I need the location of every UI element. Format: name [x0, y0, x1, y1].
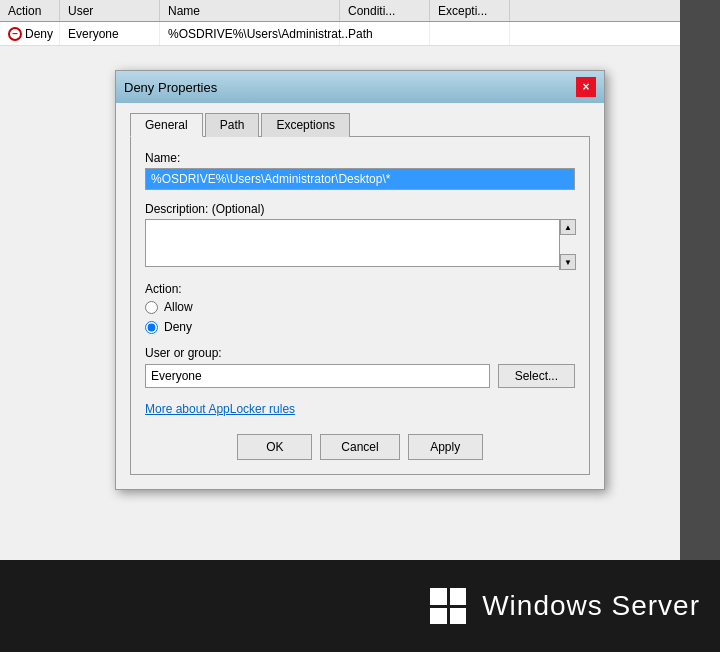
taskbar-text: Windows Server — [482, 590, 700, 622]
user-group-row: Select... — [145, 364, 575, 388]
deny-properties-dialog: Deny Properties × General Path Exception… — [115, 70, 605, 490]
allow-radio[interactable] — [145, 301, 158, 314]
applocker-link[interactable]: More about AppLocker rules — [145, 402, 295, 416]
description-field-group: Description: (Optional) ▲ ▼ — [145, 202, 575, 270]
dialog-body: General Path Exceptions Name: Descriptio… — [116, 103, 604, 489]
tab-general[interactable]: General — [130, 113, 203, 137]
user-group-label: User or group: — [145, 346, 575, 360]
allow-radio-label: Allow — [164, 300, 193, 314]
ok-button[interactable]: OK — [237, 434, 312, 460]
dialog-titlebar: Deny Properties × — [116, 71, 604, 103]
action-label: Action: — [145, 282, 575, 296]
action-radio-group: Allow Deny — [145, 300, 575, 334]
description-textarea[interactable] — [145, 219, 575, 267]
select-button[interactable]: Select... — [498, 364, 575, 388]
allow-radio-item[interactable]: Allow — [145, 300, 575, 314]
deny-radio-label: Deny — [164, 320, 192, 334]
dialog-title: Deny Properties — [124, 80, 217, 95]
close-button[interactable]: × — [576, 77, 596, 97]
link-container: More about AppLocker rules — [145, 402, 575, 416]
action-section: Action: Allow Deny — [145, 282, 575, 334]
scroll-down-btn[interactable]: ▼ — [560, 254, 576, 270]
name-field-group: Name: — [145, 151, 575, 190]
tab-path[interactable]: Path — [205, 113, 260, 137]
tab-content-general: Name: Description: (Optional) ▲ ▼ — [130, 136, 590, 475]
description-scrollbar[interactable]: ▲ ▼ — [559, 219, 575, 270]
apply-button[interactable]: Apply — [408, 434, 483, 460]
description-wrapper: ▲ ▼ — [145, 219, 575, 270]
scroll-up-btn[interactable]: ▲ — [560, 219, 576, 235]
deny-radio[interactable] — [145, 321, 158, 334]
user-group-input[interactable] — [145, 364, 490, 388]
description-label: Description: (Optional) — [145, 202, 575, 216]
cancel-button[interactable]: Cancel — [320, 434, 399, 460]
windows-logo — [430, 588, 466, 624]
name-input[interactable] — [145, 168, 575, 190]
deny-radio-item[interactable]: Deny — [145, 320, 575, 334]
name-label: Name: — [145, 151, 575, 165]
user-group-section: User or group: Select... — [145, 346, 575, 388]
tab-bar: General Path Exceptions — [130, 113, 590, 137]
tab-exceptions[interactable]: Exceptions — [261, 113, 350, 137]
taskbar: Windows Server — [0, 560, 720, 652]
dialog-footer: OK Cancel Apply — [145, 424, 575, 460]
